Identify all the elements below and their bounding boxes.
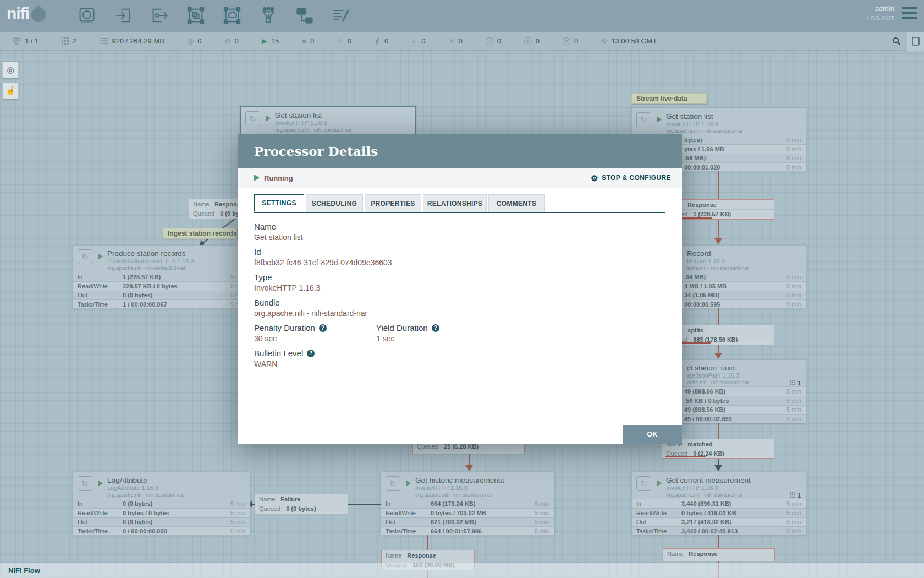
bundle-value: org.apache.nifi - nifi-standard-nar (254, 309, 666, 318)
name-label: Name (254, 222, 666, 232)
id-value: f8fbeb32-fc46-31cf-829d-074d09e36603 (254, 258, 666, 268)
refresh-icon[interactable]: ↻ (601, 37, 607, 45)
nifi-logo-text: nifi (7, 4, 29, 23)
threads-icon (790, 492, 795, 499)
connection-label-response[interactable]: NameResponse (663, 548, 775, 561)
type-value: InvokeHTTP 1.16.3 (254, 283, 666, 293)
running-state-icon (266, 115, 271, 122)
active-threads: 2 (62, 37, 76, 45)
bulletin-level-value: WARN (254, 359, 666, 369)
tab-settings[interactable]: SETTINGS (254, 194, 304, 212)
locally-modified-stale-count: !0 (524, 37, 540, 45)
running-state-icon (657, 116, 662, 123)
tab-comments[interactable]: COMMENTS (488, 194, 544, 212)
locally-modified-stale-icon: ! (524, 37, 532, 45)
stopped-count: ■0 (302, 37, 314, 45)
stop-configure-icon: ⚙ (591, 174, 598, 182)
cluster-status: 1 / 1 (12, 37, 38, 45)
navigate-palette-button[interactable]: ◎ (2, 62, 19, 78)
dialog-title: Processor Details (254, 144, 378, 159)
funnel-icon[interactable] (257, 4, 279, 26)
queue-progress (258, 512, 344, 514)
stop-and-configure-button[interactable]: ⚙ STOP & CONFIGURE (591, 174, 671, 182)
processor-stamp-icon: ↻ (636, 112, 651, 127)
dialog-header: Processor Details (238, 134, 682, 168)
disabled-count: 0 (375, 37, 388, 45)
canvas-label[interactable]: Ingest station records (163, 228, 237, 239)
run-status-text: Running (264, 174, 293, 182)
locally-modified-count: ✳0 (448, 37, 462, 45)
logout-link[interactable]: LOG OUT (867, 15, 894, 21)
sync-failure-icon: ? (563, 37, 570, 45)
tab-properties[interactable]: PROPERTIES (365, 194, 421, 212)
component-toolbar (76, 4, 352, 26)
help-icon[interactable]: ? (432, 324, 439, 332)
processor-stamp-icon: ↻ (245, 111, 260, 126)
breadcrumb[interactable]: NiFi Flow (8, 566, 40, 575)
nifi-drop-icon (29, 5, 49, 25)
invalid-count: ⚠0 (337, 37, 351, 45)
navigate-icon: ◎ (7, 65, 14, 75)
help-icon[interactable]: ? (307, 350, 315, 357)
processor-details-dialog: Processor Details Running ⚙ STOP & CONFI… (238, 134, 682, 444)
invalid-icon: ⚠ (337, 37, 344, 45)
penalty-duration-label: Penalty Duration (254, 323, 315, 333)
queued-icon (100, 37, 108, 45)
up-to-date-count: ✓0 (411, 37, 425, 45)
sync-failure-count: ?0 (563, 37, 578, 45)
running-icon: ▶ (262, 37, 267, 45)
not-transmitting-icon: ⊘ (225, 37, 231, 45)
help-icon[interactable]: ? (319, 324, 327, 332)
processor-stamp-icon: ↻ (636, 476, 651, 491)
processor-produce-station-records[interactable]: ↻ Produce station records PublishKafkaRe… (73, 245, 250, 308)
label-icon[interactable] (330, 4, 352, 26)
processor-stamp-icon: ↻ (78, 249, 92, 264)
bulletin-level-label: Bulletin Level (254, 348, 303, 358)
breadcrumb-bar: NiFi Flow (0, 563, 924, 578)
tab-relationships[interactable]: RELATIONSHIPS (423, 194, 487, 212)
up-to-date-icon: ✓ (411, 37, 417, 45)
birdseye-button[interactable] (908, 32, 924, 51)
template-icon[interactable] (294, 4, 316, 26)
name-value: Get station list (254, 233, 666, 242)
operate-palette-button[interactable]: ☝ (2, 83, 19, 99)
current-user: admin (867, 4, 894, 13)
running-count: ▶15 (262, 37, 279, 45)
running-state-icon (98, 480, 103, 487)
not-transmitting-status: ⊘0 (225, 37, 239, 45)
running-icon (254, 175, 260, 181)
running-state-icon (98, 253, 103, 260)
process-group-icon[interactable] (185, 4, 207, 26)
queue-progress (666, 456, 771, 458)
global-menu-icon[interactable] (902, 7, 917, 21)
dialog-tabs: SETTINGS SCHEDULING PROPERTIES RELATIONS… (254, 194, 666, 213)
transmitting-icon: ◎ (188, 37, 194, 45)
bundle-label: Bundle (254, 298, 666, 308)
processor-stamp-icon: ↻ (386, 476, 400, 491)
stale-icon: ↑ (486, 37, 493, 45)
locally-modified-icon: ✳ (448, 37, 454, 45)
output-port-icon[interactable] (148, 4, 170, 26)
running-state-icon (657, 480, 662, 487)
processor-stamp-icon: ↻ (78, 476, 92, 491)
stopped-icon: ■ (302, 37, 306, 45)
yield-duration-value: 1 sec (376, 334, 439, 343)
transmitting-status: ◎0 (188, 37, 202, 45)
ok-button[interactable]: OK (623, 425, 682, 444)
search-button[interactable] (886, 32, 908, 51)
threads-icon (62, 37, 69, 45)
processor-log-attribute[interactable]: ↻ LogAttribute LogAttribute 1.16.3 org.a… (73, 472, 250, 535)
remote-process-group-icon[interactable] (221, 4, 243, 26)
penalty-duration-value: 30 sec (254, 334, 376, 343)
processor-get-current-measurement[interactable]: ↻ Get current measurement InvokeHTTP 1.1… (631, 472, 806, 535)
status-bar: 1 / 1 2 920 / 264.29 MB ◎0 ⊘0 ▶15 ■0 ⚠0 … (0, 32, 924, 51)
processor-icon[interactable] (76, 4, 98, 26)
processor-get-historic-measurements[interactable]: ↻ Get historic measurements InvokeHTTP 1… (381, 472, 554, 535)
connection-label-failure[interactable]: NameFailure Queued0 (0 bytes) (255, 494, 348, 515)
tab-scheduling[interactable]: SCHEDULING (306, 194, 363, 212)
type-label: Type (254, 272, 666, 282)
canvas-label[interactable]: Stream live-data (631, 93, 707, 104)
hand-icon: ☝ (6, 86, 16, 96)
input-port-icon[interactable] (112, 4, 134, 26)
nifi-logo: nifi (7, 4, 46, 23)
